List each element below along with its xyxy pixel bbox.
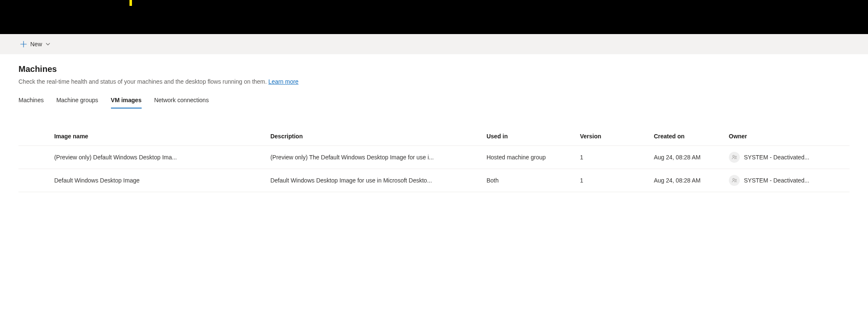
col-header-owner[interactable]: Owner — [725, 128, 850, 146]
tab-machine-groups[interactable]: Machine groups — [56, 97, 98, 108]
page-subtitle: Check the real-time health and status of… — [18, 78, 850, 85]
table-row[interactable]: Default Windows Desktop Image Default Wi… — [18, 169, 850, 192]
plus-icon — [20, 41, 27, 48]
col-header-used-in[interactable]: Used in — [482, 128, 575, 146]
tabs: Machines Machine groups VM images Networ… — [18, 97, 850, 108]
col-header-select — [18, 128, 50, 146]
col-header-version[interactable]: Version — [576, 128, 650, 146]
table-row[interactable]: (Preview only) Default Windows Desktop I… — [18, 146, 850, 169]
svg-point-1 — [735, 156, 736, 157]
cell-used-in: Hosted machine group — [482, 146, 575, 169]
cell-name[interactable]: (Preview only) Default Windows Desktop I… — [50, 146, 266, 169]
cell-version: 1 — [576, 169, 650, 192]
cell-used-in: Both — [482, 169, 575, 192]
cell-description: (Preview only) The Default Windows Deskt… — [266, 146, 482, 169]
table-header-row: Image name Description Used in Version C… — [18, 128, 850, 146]
tab-network-connections[interactable]: Network connections — [154, 97, 209, 108]
cell-created-on: Aug 24, 08:28 AM — [649, 146, 724, 169]
owner-text: SYSTEM - Deactivated... — [744, 154, 810, 161]
cell-created-on: Aug 24, 08:28 AM — [649, 169, 724, 192]
col-header-name[interactable]: Image name — [50, 128, 266, 146]
owner-avatar-icon — [729, 175, 740, 186]
col-header-created-on[interactable]: Created on — [649, 128, 724, 146]
command-bar: New — [0, 34, 868, 54]
owner-avatar-icon — [729, 152, 740, 163]
tab-vm-images[interactable]: VM images — [111, 97, 142, 108]
learn-more-link[interactable]: Learn more — [269, 78, 299, 85]
cell-version: 1 — [576, 146, 650, 169]
svg-point-2 — [733, 178, 734, 180]
yellow-marker — [129, 0, 132, 6]
top-black-bar — [0, 0, 868, 34]
cell-description: Default Windows Desktop Image for use in… — [266, 169, 482, 192]
owner-text: SYSTEM - Deactivated... — [744, 177, 810, 184]
page-title: Machines — [18, 64, 850, 74]
row-select-cell[interactable] — [18, 169, 50, 192]
cell-name[interactable]: Default Windows Desktop Image — [50, 169, 266, 192]
tab-machines[interactable]: Machines — [18, 97, 44, 108]
row-select-cell[interactable] — [18, 146, 50, 169]
svg-point-0 — [733, 155, 734, 157]
new-button[interactable]: New — [17, 38, 54, 50]
chevron-down-icon — [45, 42, 50, 47]
new-button-label: New — [30, 41, 42, 48]
svg-point-3 — [735, 179, 736, 180]
page-content: Machines Check the real-time health and … — [0, 54, 868, 192]
col-header-description[interactable]: Description — [266, 128, 482, 146]
cell-owner: SYSTEM - Deactivated... — [725, 169, 850, 192]
cell-owner: SYSTEM - Deactivated... — [725, 146, 850, 169]
page-subtitle-text: Check the real-time health and status of… — [18, 78, 269, 85]
vm-images-table: Image name Description Used in Version C… — [18, 128, 850, 192]
